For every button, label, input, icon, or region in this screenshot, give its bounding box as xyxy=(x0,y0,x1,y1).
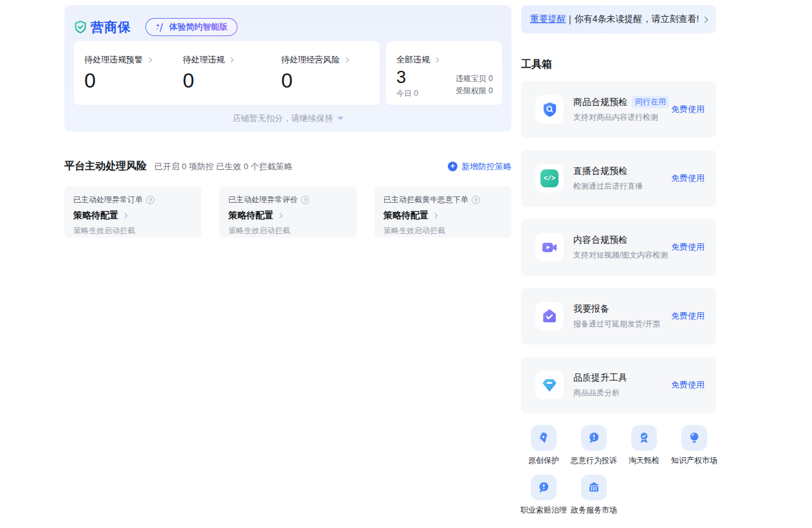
quick-link-label: 知识产权市场 xyxy=(671,455,717,466)
chevron-right-icon xyxy=(277,213,282,218)
tool-icon-tile xyxy=(535,233,564,261)
violations-today: 今日 0 xyxy=(396,88,418,99)
tool-desc: 检测通过后进行直播 xyxy=(573,181,643,192)
triangle-down-icon xyxy=(337,117,344,120)
strategy-status: 策略待配置 xyxy=(228,210,273,222)
risk-card-title: 已主动处理异常评价 xyxy=(228,194,298,205)
toolbox-title: 工具箱 xyxy=(521,58,552,71)
hero-header: 营商保 体验简约智能版 xyxy=(64,5,512,36)
stat-pending-violation-warning[interactable]: 待处理违规预警 0 xyxy=(84,54,183,105)
free-use-link[interactable]: 免费使用 xyxy=(671,173,705,184)
help-circle-icon[interactable]: ? xyxy=(146,196,154,204)
quick-link-government-services[interactable]: 政务服务市场 xyxy=(569,475,619,516)
free-use-link[interactable]: 免费使用 xyxy=(671,104,705,115)
chevron-right-icon xyxy=(228,57,234,62)
score-note[interactable]: 店铺暂无扣分，请继续保持 xyxy=(64,113,512,124)
pen-nib-icon xyxy=(537,431,550,444)
free-use-link[interactable]: 免费使用 xyxy=(671,241,705,253)
tool-desc: 商品品质分析 xyxy=(573,388,627,399)
notice-text: 你有4条未读提醒，请立刻查看! xyxy=(575,14,699,25)
risk-card-desc: 策略生效启动拦截 xyxy=(73,225,192,236)
claim-bubble-icon xyxy=(537,481,550,494)
violations-label: 全部违规 xyxy=(396,54,430,66)
quick-link-malicious-complaint[interactable]: 恶意行为投诉 xyxy=(569,425,619,466)
quick-links-grid: 原创保护 恶意行为投诉 xyxy=(519,425,719,516)
quick-link-label: 恶意行为投诉 xyxy=(571,455,617,466)
smart-version-button[interactable]: 体验简约智能版 xyxy=(145,18,237,36)
tool-content-compliance[interactable]: 内容合规预检 支持对短视频/图文内容检测 免费使用 xyxy=(521,219,716,276)
plus-circle-icon: + xyxy=(448,162,457,171)
tool-title: 我要报备 xyxy=(573,303,609,315)
free-use-link[interactable]: 免费使用 xyxy=(671,310,705,322)
tool-desc: 报备通过可延期发货/开票 xyxy=(573,319,660,330)
chevron-right-icon xyxy=(432,213,438,218)
tool-live-compliance[interactable]: </> 直播合规预检 检测通过后进行直播 免费使用 xyxy=(521,150,716,207)
stat-pending-violation[interactable]: 待处理违规 0 xyxy=(183,54,281,105)
tool-report-filing[interactable]: 我要报备 报备通过可延期发货/开票 免费使用 xyxy=(521,288,716,344)
risk-card-scalper-orders: 已主动拦截黄牛恶意下单 ? 策略待配置 策略生效启动拦截 xyxy=(374,186,512,238)
stat-label: 待处理经营风险 xyxy=(281,54,340,66)
stat-value: 0 xyxy=(281,69,380,92)
risk-card-title: 已主动拦截黄牛恶意下单 xyxy=(383,194,468,205)
chevron-right-icon xyxy=(122,213,127,218)
configure-strategy-link[interactable]: 策略待配置 xyxy=(73,210,192,222)
chevron-right-icon xyxy=(147,57,152,62)
quick-link-original-protection[interactable]: 原创保护 xyxy=(519,425,569,466)
risk-section-title: 平台主动处理风险 xyxy=(64,160,147,173)
medal-icon xyxy=(638,431,651,444)
tool-icon-tile: </> xyxy=(535,164,564,193)
stat-label: 待处理违规预警 xyxy=(84,54,143,66)
chevron-right-icon xyxy=(702,16,708,23)
notice-prefix-link[interactable]: 重要提醒 xyxy=(530,14,566,25)
yingshangbao-dashboard: 营商保 体验简约智能版 待处理违规预警 xyxy=(0,0,812,528)
quick-link-label: 原创保护 xyxy=(528,455,559,466)
stat-value: 0 xyxy=(183,69,281,92)
quick-link-taotian-inspection[interactable]: 淘天甄检 xyxy=(619,425,669,466)
risk-card-abnormal-orders: 已主动处理异常订单 ? 策略待配置 策略生效启动拦截 xyxy=(64,186,201,238)
tool-title: 品质提升工具 xyxy=(573,372,627,384)
configure-strategy-link[interactable]: 策略待配置 xyxy=(228,210,347,222)
help-circle-icon[interactable]: ? xyxy=(472,196,480,204)
risk-section-subtitle: 已开启 0 项防控 已生效 0 个拦截策略 xyxy=(154,161,293,173)
notice-divider: | xyxy=(569,14,571,24)
tool-product-compliance[interactable]: 商品合规预检 同行在用 支持对商品内容进行检测 免费使用 xyxy=(521,81,716,138)
logo-text: 营商保 xyxy=(91,19,131,36)
risk-card-desc: 策略生效启动拦截 xyxy=(383,225,503,236)
tool-quality-improvement[interactable]: 品质提升工具 商品品质分析 免费使用 xyxy=(521,357,716,413)
strategy-status: 策略待配置 xyxy=(383,210,429,222)
add-strategy-button[interactable]: + 新增防控策略 xyxy=(448,161,512,173)
quick-link-ip-market[interactable]: 知识产权市场 xyxy=(669,425,719,466)
code-icon: </> xyxy=(540,169,558,187)
add-strategy-label: 新增防控策略 xyxy=(461,161,512,173)
stat-value: 0 xyxy=(84,69,183,92)
help-circle-icon[interactable]: ? xyxy=(301,196,309,204)
tool-title: 商品合规预检 xyxy=(573,97,627,108)
tool-desc: 支持对短视频/图文内容检测 xyxy=(573,250,668,261)
violation-items-stat: 违规宝贝 0 xyxy=(456,73,493,85)
home-check-icon xyxy=(540,307,558,325)
chevron-right-icon xyxy=(434,57,439,62)
shield-logo-icon xyxy=(73,20,88,34)
peer-usage-badge: 同行在用 xyxy=(632,96,669,108)
smart-version-label: 体验简约智能版 xyxy=(169,21,228,33)
chevron-right-icon xyxy=(344,57,349,62)
sparkle-icon xyxy=(155,23,165,32)
important-notice-banner[interactable]: 重要提醒 | 你有4条未读提醒，请立刻查看! xyxy=(521,5,716,33)
tool-title: 直播合规预检 xyxy=(573,165,627,177)
free-use-link[interactable]: 免费使用 xyxy=(671,379,705,391)
video-camera-icon xyxy=(540,238,558,256)
shield-search-icon xyxy=(541,101,558,118)
main-content: 营商保 体验简约智能版 待处理违规预警 xyxy=(64,0,512,238)
risk-card-desc: 策略生效启动拦截 xyxy=(228,225,347,236)
stat-label: 待处理违规 xyxy=(183,54,225,66)
risk-cards: 已主动处理异常订单 ? 策略待配置 策略生效启动拦截 已主动处理异常评价 ? xyxy=(64,186,512,238)
all-violations-card[interactable]: 全部违规 3 今日 0 违规宝贝 0 受限权限 0 xyxy=(386,41,502,105)
stat-pending-business-risk[interactable]: 待处理经营风险 0 xyxy=(281,54,380,105)
quick-link-professional-claims[interactable]: 职业索赔治理 xyxy=(519,475,569,516)
pending-stats-card: 待处理违规预警 0 待处理违规 0 待处理经营风险 xyxy=(74,41,380,105)
tool-title: 内容合规预检 xyxy=(573,234,627,246)
configure-strategy-link[interactable]: 策略待配置 xyxy=(383,210,503,222)
lightbulb-icon xyxy=(688,431,701,444)
tool-desc: 支持对商品内容进行检测 xyxy=(573,112,669,123)
restricted-permissions-stat: 受限权限 0 xyxy=(456,85,493,97)
